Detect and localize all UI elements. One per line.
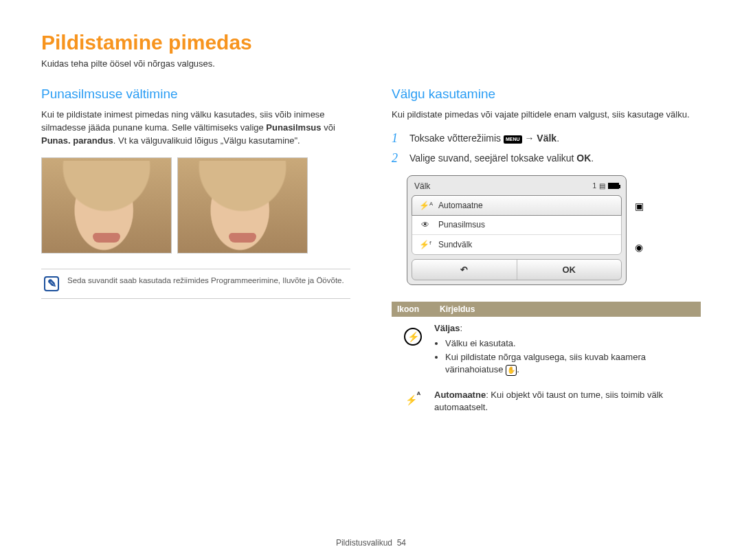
menu-list: ⚡ᴬ Automaatne 👁 Punasilmsus ⚡ᶠ Sundvälk <box>412 195 622 255</box>
note-text: Seda suvandit saab kasutada režiimides P… <box>67 276 344 291</box>
card-icon: ▤ <box>599 182 605 190</box>
back-button[interactable]: ↶ <box>412 260 517 280</box>
ok-inline-icon: OK <box>576 153 591 164</box>
eye-icon: ◉ <box>635 242 644 253</box>
note-box: ✎ Seda suvandit saab kasutada režiimides… <box>41 269 350 299</box>
fillflash-icon: ⚡ᶠ <box>419 240 431 249</box>
page-title: Pildistamine pimedas <box>41 31 701 54</box>
flash-intro: Kui pildistate pimedas või vajate piltid… <box>392 109 701 122</box>
menu-item-auto[interactable]: ⚡ᴬ Automaatne <box>412 195 622 216</box>
right-column: Välgu kasutamine Kui pildistate pimedas … <box>392 87 701 419</box>
flash-off-icon: ⚡ <box>404 328 422 346</box>
battery-icon <box>608 183 619 189</box>
camera-menu-screenshot: Välk 1 ▤ ▣ ◉ ⚡ᴬ Automaatne 👁 Punasilmsu <box>407 175 627 285</box>
page-subtitle: Kuidas teha pilte öösel või nõrgas valgu… <box>41 58 701 69</box>
ok-button[interactable]: OK <box>517 260 622 280</box>
table-row: ⚡A Automaatne: Kui objekt või taust on t… <box>392 383 701 419</box>
icon-table: Ikoon Kirjeldus ⚡ Väljas: Välku ei kasut… <box>392 302 701 419</box>
section-heading-flash: Välgu kasutamine <box>392 87 701 102</box>
menu-item-fillflash[interactable]: ⚡ᶠ Sundvälk <box>412 235 621 254</box>
step-number: 2 <box>392 151 403 166</box>
table-header-desc: Kirjeldus <box>434 302 701 317</box>
photo-redeye <box>41 157 172 254</box>
section-heading-redeye: Punasilmsuse vältimine <box>41 87 350 102</box>
redeye-paragraph: Kui te pildistate inimest pimedas ning v… <box>41 109 350 148</box>
photo-corrected <box>177 157 308 254</box>
step-2: 2 Valige suvand, seejärel toksake valiku… <box>392 151 701 166</box>
desc-bullet: Välku ei kasutata. <box>445 337 701 350</box>
menu-page-count: 1 <box>592 182 596 190</box>
menu-item-label: Sundvälk <box>438 240 472 249</box>
example-photos <box>41 157 350 254</box>
flash-auto-icon: ⚡A <box>405 394 421 405</box>
step-number: 1 <box>392 131 403 146</box>
step-1: 1 Toksake võtterežiimis MENU → Välk. <box>392 131 701 146</box>
note-icon: ✎ <box>44 276 59 291</box>
table-row: ⚡ Väljas: Välku ei kasutata. Kui pildist… <box>392 317 701 383</box>
menu-item-label: Punasilmsus <box>438 220 485 229</box>
left-column: Punasilmsuse vältimine Kui te pildistate… <box>41 87 350 419</box>
flash-auto-icon: ⚡ᴬ <box>419 201 431 210</box>
photo-mode-icon: ▣ <box>635 201 644 212</box>
menu-item-redeye[interactable]: 👁 Punasilmsus <box>412 215 621 235</box>
shake-warning-icon: ✋ <box>506 365 517 376</box>
menu-item-label: Automaatne <box>438 201 483 210</box>
redeye-icon: 👁 <box>419 220 431 229</box>
desc-bullet: Kui pildistate nõrga valgusega, siis kuv… <box>445 351 701 376</box>
menu-icon: MENU <box>504 135 522 144</box>
page-footer: Pildistusvalikud 54 <box>0 538 742 548</box>
table-header-icon: Ikoon <box>392 302 434 317</box>
menu-title: Välk <box>414 181 430 191</box>
